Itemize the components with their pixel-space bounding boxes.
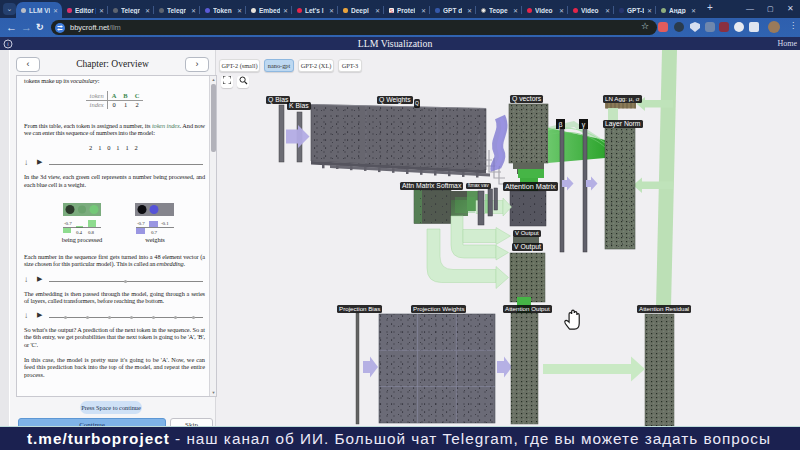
svg-text:-0.1: -0.1 — [161, 221, 169, 226]
svg-text:β: β — [558, 121, 562, 129]
svg-text:γ: γ — [582, 121, 586, 129]
svg-text:0.4: 0.4 — [76, 229, 83, 234]
svg-text:-0.7: -0.7 — [64, 221, 72, 226]
svg-text:being processed: being processed — [62, 236, 103, 243]
svg-text:-0.7: -0.7 — [137, 221, 145, 226]
svg-text:weights: weights — [145, 236, 165, 243]
svg-text:0.8: 0.8 — [88, 229, 95, 234]
svg-text:0.7: 0.7 — [151, 229, 158, 234]
